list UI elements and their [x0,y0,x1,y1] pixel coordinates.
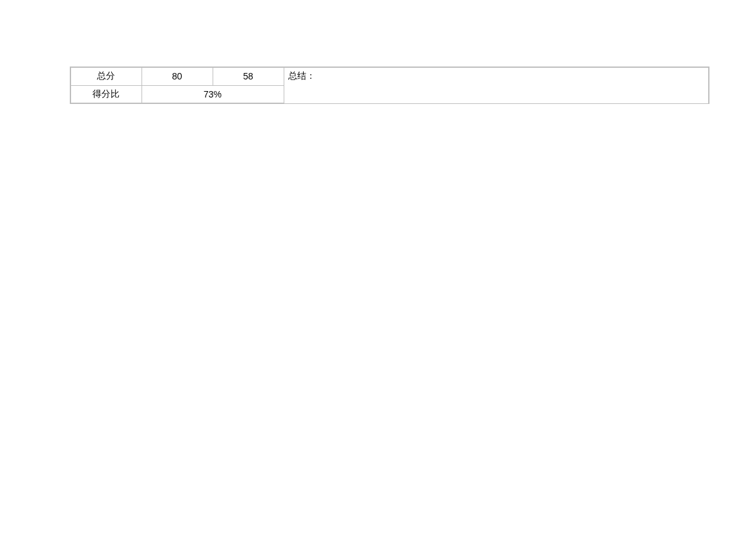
score-table: 总分 80 58 总结： 得分比 73% [70,67,709,104]
summary-cell: 总结： [284,67,709,103]
total-score-max: 80 [142,67,213,85]
score-ratio-label: 得分比 [70,85,142,103]
score-table-container: 总分 80 58 总结： 得分比 73% [70,67,708,104]
total-score-actual: 58 [213,67,284,85]
total-score-label: 总分 [70,67,142,85]
score-ratio-value: 73% [142,85,284,103]
table-row: 总分 80 58 总结： [70,67,709,85]
